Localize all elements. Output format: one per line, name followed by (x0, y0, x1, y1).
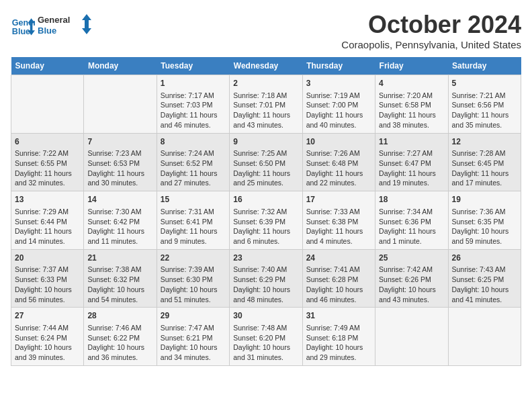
day-info: Sunrise: 7:23 AM (87, 148, 152, 158)
calendar-cell: 14Sunrise: 7:30 AMSunset: 6:42 PMDayligh… (84, 191, 157, 250)
logo: General Blue General Blue (11, 11, 91, 40)
day-info: Sunrise: 7:48 AM (233, 323, 298, 333)
day-number: 28 (87, 310, 152, 322)
day-info: Sunset: 6:58 PM (379, 100, 444, 110)
day-number: 31 (306, 310, 371, 322)
day-info: Sunset: 6:52 PM (161, 158, 226, 169)
day-info: Sunset: 6:42 PM (87, 217, 152, 227)
day-info: Sunrise: 7:27 AM (379, 148, 444, 158)
day-info: Sunrise: 7:47 AM (161, 323, 226, 333)
calendar-cell: 22Sunrise: 7:39 AMSunset: 6:30 PMDayligh… (157, 249, 229, 308)
calendar-week-row: 6Sunrise: 7:22 AMSunset: 6:55 PMDaylight… (11, 133, 521, 191)
day-info: Sunrise: 7:43 AM (452, 265, 517, 275)
day-info: Daylight: 10 hours and 43 minutes. (379, 285, 444, 304)
day-info: Daylight: 11 hours and 17 minutes. (452, 169, 517, 188)
day-number: 17 (306, 194, 371, 205)
day-number: 6 (15, 136, 80, 148)
calendar-cell: 29Sunrise: 7:47 AMSunset: 6:21 PMDayligh… (157, 308, 229, 366)
day-info: Sunrise: 7:22 AM (15, 148, 80, 158)
day-info: Sunset: 6:25 PM (452, 275, 517, 285)
day-info: Sunrise: 7:49 AM (306, 323, 371, 333)
day-info: Sunset: 7:03 PM (161, 100, 226, 110)
day-info: Sunset: 6:39 PM (233, 217, 298, 227)
day-info: Daylight: 11 hours and 43 minutes. (233, 110, 298, 130)
day-info: Daylight: 10 hours and 41 minutes. (452, 285, 517, 304)
day-info: Sunset: 6:30 PM (161, 275, 226, 285)
day-info: Sunrise: 7:40 AM (233, 265, 298, 275)
day-number: 3 (306, 78, 371, 89)
day-info: Sunset: 6:26 PM (379, 275, 444, 285)
day-number: 19 (452, 194, 517, 205)
day-info: Sunrise: 7:25 AM (233, 148, 298, 158)
day-header: Tuesday (157, 57, 229, 75)
calendar-cell: 3Sunrise: 7:19 AMSunset: 7:00 PMDaylight… (302, 75, 375, 134)
calendar-cell: 12Sunrise: 7:28 AMSunset: 6:45 PMDayligh… (448, 133, 521, 191)
day-info: Sunset: 6:56 PM (452, 100, 517, 110)
day-number: 22 (161, 253, 226, 264)
calendar-table: SundayMondayTuesdayWednesdayThursdayFrid… (11, 57, 521, 366)
calendar-week-row: 27Sunrise: 7:44 AMSunset: 6:24 PMDayligh… (11, 308, 521, 366)
calendar-cell: 1Sunrise: 7:17 AMSunset: 7:03 PMDaylight… (157, 75, 229, 134)
day-info: Daylight: 11 hours and 4 minutes. (306, 226, 371, 246)
calendar-cell: 9Sunrise: 7:25 AMSunset: 6:50 PMDaylight… (230, 133, 302, 191)
day-number: 30 (233, 310, 298, 322)
day-info: Sunrise: 7:41 AM (306, 265, 371, 275)
calendar-cell: 6Sunrise: 7:22 AMSunset: 6:55 PMDaylight… (11, 133, 84, 191)
calendar-cell (375, 308, 448, 366)
svg-marker-5 (82, 14, 91, 34)
day-number: 7 (87, 136, 152, 148)
day-info: Sunrise: 7:34 AM (379, 207, 444, 217)
day-number: 16 (233, 194, 298, 205)
day-info: Daylight: 11 hours and 22 minutes. (306, 169, 371, 188)
day-header: Wednesday (230, 57, 302, 75)
calendar-cell: 10Sunrise: 7:26 AMSunset: 6:48 PMDayligh… (302, 133, 375, 191)
day-info: Daylight: 11 hours and 11 minutes. (87, 226, 152, 246)
day-info: Sunrise: 7:28 AM (452, 148, 517, 158)
day-number: 27 (15, 310, 80, 322)
day-info: Sunset: 6:29 PM (233, 275, 298, 285)
day-info: Sunset: 6:41 PM (161, 217, 226, 227)
day-info: Sunrise: 7:33 AM (306, 207, 371, 217)
day-info: Daylight: 11 hours and 32 minutes. (15, 169, 80, 188)
day-info: Daylight: 11 hours and 30 minutes. (87, 169, 152, 188)
calendar-cell: 2Sunrise: 7:18 AMSunset: 7:01 PMDaylight… (230, 75, 302, 134)
day-number: 18 (379, 194, 444, 205)
day-info: Daylight: 10 hours and 54 minutes. (87, 285, 152, 304)
day-number: 1 (161, 78, 226, 89)
day-info: Sunrise: 7:18 AM (233, 91, 298, 101)
calendar-cell: 18Sunrise: 7:34 AMSunset: 6:36 PMDayligh… (375, 191, 448, 250)
day-info: Sunset: 6:47 PM (379, 158, 444, 169)
calendar-header-row: SundayMondayTuesdayWednesdayThursdayFrid… (11, 57, 521, 75)
day-info: Sunrise: 7:20 AM (379, 91, 444, 101)
page-header: General Blue General Blue October 2024 C… (11, 11, 521, 50)
day-info: Daylight: 11 hours and 46 minutes. (161, 110, 226, 130)
day-info: Sunrise: 7:29 AM (15, 207, 80, 217)
day-info: Sunrise: 7:32 AM (233, 207, 298, 217)
day-info: Daylight: 11 hours and 27 minutes. (161, 169, 226, 188)
svg-text:Blue: Blue (12, 27, 30, 36)
day-info: Sunrise: 7:36 AM (452, 207, 517, 217)
day-info: Daylight: 10 hours and 56 minutes. (15, 285, 80, 304)
calendar-cell: 30Sunrise: 7:48 AMSunset: 6:20 PMDayligh… (230, 308, 302, 366)
calendar-cell: 21Sunrise: 7:38 AMSunset: 6:32 PMDayligh… (84, 249, 157, 308)
calendar-cell: 5Sunrise: 7:21 AMSunset: 6:56 PMDaylight… (448, 75, 521, 134)
month-title: October 2024 (341, 11, 521, 39)
day-header: Friday (375, 57, 448, 75)
day-info: Sunrise: 7:24 AM (161, 148, 226, 158)
day-number: 26 (452, 253, 517, 264)
day-info: Sunrise: 7:31 AM (161, 207, 226, 217)
calendar-cell (84, 75, 157, 134)
calendar-cell: 7Sunrise: 7:23 AMSunset: 6:53 PMDaylight… (84, 133, 157, 191)
calendar-cell: 8Sunrise: 7:24 AMSunset: 6:52 PMDaylight… (157, 133, 229, 191)
day-number: 8 (161, 136, 226, 148)
logo-icon: General Blue (11, 13, 35, 38)
day-info: Daylight: 10 hours and 34 minutes. (161, 342, 226, 362)
day-info: Sunset: 6:33 PM (15, 275, 80, 285)
day-number: 23 (233, 253, 298, 264)
day-number: 5 (452, 78, 517, 89)
day-info: Sunrise: 7:19 AM (306, 91, 371, 101)
day-info: Sunset: 6:44 PM (15, 217, 80, 227)
day-info: Sunset: 6:24 PM (15, 333, 80, 343)
day-info: Sunset: 6:48 PM (306, 158, 371, 169)
calendar-cell: 20Sunrise: 7:37 AMSunset: 6:33 PMDayligh… (11, 249, 84, 308)
